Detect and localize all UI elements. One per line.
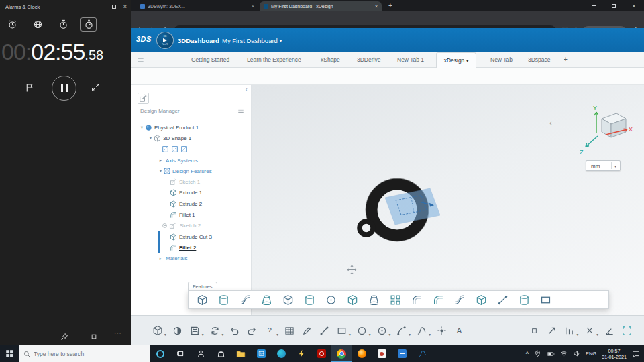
close-tab-icon[interactable]: ×	[372, 4, 378, 9]
tree-item-axis-systems[interactable]: ▸ Axis Systems	[131, 155, 252, 166]
units-dropdown[interactable]: mm ▾	[586, 160, 621, 171]
pin-to-start-icon[interactable]	[60, 333, 68, 341]
tree-item-physical-product[interactable]: ▾ Physical Product 1	[131, 122, 252, 133]
tree-item-3d-shape[interactable]: ▾ 3D Shape 1	[131, 133, 252, 143]
mirror-tool-icon[interactable]	[366, 292, 381, 307]
features-panel-label[interactable]: Features	[188, 282, 217, 290]
action-center-icon[interactable]	[632, 350, 640, 358]
people-icon[interactable]	[191, 345, 211, 362]
split-tool-icon[interactable]	[495, 292, 510, 307]
tab-3dspace[interactable]: 3Dspace	[528, 56, 551, 63]
stiffener-tool-icon[interactable]	[302, 292, 317, 307]
fillet-tool-icon[interactable]	[409, 292, 424, 307]
tab-learn-the-experience[interactable]: Learn the Experience	[247, 56, 301, 63]
zx-plane-icon[interactable]	[180, 145, 188, 153]
new-tab-button[interactable]: +	[388, 2, 392, 9]
selection-frame-icon[interactable]	[621, 324, 633, 337]
update-sync-icon[interactable]: ▾	[209, 324, 224, 337]
cortana-icon[interactable]	[150, 345, 170, 362]
tree-item-extrude-cut-3[interactable]: Extrude Cut 3	[131, 231, 252, 242]
file-explorer-icon[interactable]	[231, 345, 251, 362]
minimize-button[interactable]	[97, 0, 108, 13]
dashboard-caret-icon[interactable]: ▾	[280, 38, 282, 43]
spline-tool-icon[interactable]: ▾	[415, 324, 431, 337]
wifi-icon[interactable]	[560, 350, 568, 357]
revolve-tool-icon[interactable]	[216, 292, 231, 307]
panel-tool-icon[interactable]	[138, 93, 149, 104]
expand-stopwatch-button[interactable]	[91, 83, 100, 92]
chevron-right-icon[interactable]: ▸	[158, 256, 164, 261]
acrobat-icon[interactable]	[311, 345, 331, 362]
pause-button[interactable]	[52, 76, 76, 101]
minimize-button[interactable]	[584, 0, 604, 11]
taskbar-clock[interactable]: 00:57 31-01-2021	[602, 348, 627, 360]
collapse-right-panel-icon[interactable]: ‹	[549, 119, 552, 127]
browser-tab-2[interactable]: My First Dashboard - xDesign ×	[260, 1, 382, 11]
edge-icon[interactable]	[271, 345, 291, 362]
battery-icon[interactable]	[547, 350, 555, 358]
rectangle-tool-icon[interactable]: ▾	[335, 324, 351, 337]
close-tab-icon[interactable]: ×	[249, 4, 254, 9]
tree-item-fillet-2-selected[interactable]: Fillet 2	[131, 242, 252, 253]
bolt-app-icon[interactable]	[291, 345, 311, 362]
project-arrow-icon[interactable]	[545, 324, 558, 337]
tab-3dderive[interactable]: 3DDerive	[357, 56, 380, 63]
wireshark-icon[interactable]	[412, 345, 432, 362]
save-icon[interactable]: ▾	[189, 324, 204, 337]
sketch-pencil-icon[interactable]	[301, 324, 313, 337]
line-tool-icon[interactable]	[318, 324, 331, 337]
scale-tool-icon[interactable]	[538, 292, 553, 307]
view-cube-tool-icon[interactable]: ▾	[151, 324, 166, 337]
tree-item-extrude-2[interactable]: Extrude 2	[131, 198, 252, 209]
thicken-tool-icon[interactable]	[280, 292, 295, 307]
more-options-button[interactable]: ⋯	[114, 328, 121, 337]
language-indicator[interactable]: ENG	[586, 351, 596, 357]
tab-caret-icon[interactable]: ▾	[466, 58, 468, 63]
start-button[interactable]	[0, 345, 19, 362]
lap-flag-button[interactable]	[25, 82, 35, 93]
undo-icon[interactable]	[228, 324, 241, 337]
add-dashboard-tab-button[interactable]: +	[564, 56, 568, 63]
volume-icon[interactable]	[573, 350, 580, 357]
chevron-down-icon[interactable]: ▾	[158, 168, 164, 174]
task-view-icon[interactable]	[170, 345, 191, 362]
render-style-icon[interactable]	[171, 324, 184, 337]
viewport-3d[interactable]: ‹ Y X Z mm ▾	[252, 85, 644, 315]
hole-tool-icon[interactable]	[323, 292, 338, 307]
arc-tool-icon[interactable]: ▾	[395, 324, 411, 337]
maximize-button[interactable]	[108, 0, 119, 13]
view-axes-triad[interactable]: Y X Z	[572, 104, 634, 159]
compact-overlay-icon[interactable]	[90, 333, 98, 341]
close-button[interactable]: ×	[624, 0, 644, 11]
yz-plane-icon[interactable]	[171, 145, 178, 153]
world-clock-icon[interactable]	[30, 17, 46, 32]
chevron-down-icon[interactable]: ▾	[139, 125, 145, 130]
draft-tool-icon[interactable]	[452, 292, 467, 307]
tab-new-tab[interactable]: New Tab	[490, 56, 513, 63]
dashboard-name[interactable]: My First Dashboard	[222, 37, 278, 44]
chevron-right-icon[interactable]: ▸	[158, 158, 164, 163]
tree-item-sketch-1[interactable]: Sketch 1	[131, 176, 252, 187]
timer-icon[interactable]	[55, 17, 71, 32]
design-table-icon[interactable]	[283, 324, 296, 337]
taskbar-search[interactable]	[19, 345, 150, 362]
center-circle-tool-icon[interactable]: ▾	[376, 324, 391, 337]
maximize-button[interactable]	[604, 0, 624, 11]
shell-tool-icon[interactable]	[474, 292, 488, 307]
point-tool-icon[interactable]	[435, 324, 448, 337]
tray-expand-icon[interactable]: ^	[526, 351, 529, 357]
tree-item-materials[interactable]: ▸ Materials	[131, 253, 252, 264]
firefox-icon[interactable]	[352, 345, 372, 362]
redo-icon[interactable]	[246, 324, 258, 337]
close-button[interactable]: ×	[119, 0, 131, 13]
offset-tool-icon[interactable]: ▾	[563, 324, 578, 337]
pattern-tool-icon[interactable]	[388, 292, 402, 307]
collapse-panel-icon[interactable]: ‹	[246, 86, 248, 93]
browser-tab-1[interactable]: 3DSwym: 3DEX... ×	[136, 1, 258, 11]
xy-plane-icon[interactable]	[162, 145, 169, 153]
alarm-icon[interactable]	[4, 17, 20, 32]
tab-new-tab-1[interactable]: New Tab 1	[397, 56, 424, 63]
chamfer-tool-icon[interactable]	[431, 292, 445, 307]
database-app-icon[interactable]	[372, 345, 392, 362]
help-tool-icon[interactable]: ?▾	[263, 324, 278, 337]
